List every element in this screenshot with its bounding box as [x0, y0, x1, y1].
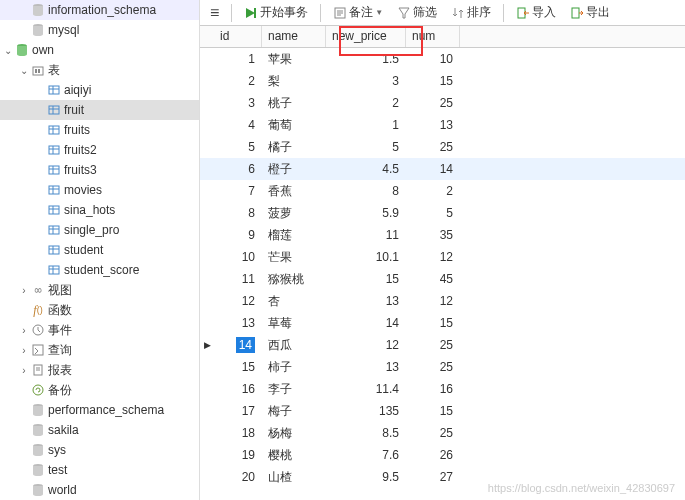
cell-id[interactable]: 9: [214, 226, 262, 244]
cell-id[interactable]: 3: [214, 94, 262, 112]
import-button[interactable]: 导入: [510, 2, 562, 23]
expander-icon[interactable]: ›: [18, 345, 30, 356]
cell-name[interactable]: 山楂: [262, 467, 326, 488]
cell-num[interactable]: 5: [406, 204, 460, 222]
cell-id[interactable]: 1: [214, 50, 262, 68]
cell-num[interactable]: 25: [406, 138, 460, 156]
cell-num[interactable]: 25: [406, 336, 460, 354]
cell-name[interactable]: 葡萄: [262, 115, 326, 136]
table-row[interactable]: 17梅子13515: [200, 400, 685, 422]
table-row[interactable]: 11猕猴桃1545: [200, 268, 685, 290]
cell-name[interactable]: 橙子: [262, 159, 326, 180]
begin-transaction-button[interactable]: 开始事务: [238, 2, 314, 23]
cell-num[interactable]: 2: [406, 182, 460, 200]
table-row[interactable]: 3桃子225: [200, 92, 685, 114]
cell-name[interactable]: 苹果: [262, 49, 326, 70]
cell-id[interactable]: 4: [214, 116, 262, 134]
cell-num[interactable]: 26: [406, 446, 460, 464]
cell-price[interactable]: 1: [326, 116, 406, 134]
cell-price[interactable]: 15: [326, 270, 406, 288]
menu-button[interactable]: ≡: [204, 2, 225, 24]
cell-name[interactable]: 橘子: [262, 137, 326, 158]
cell-name[interactable]: 猕猴桃: [262, 269, 326, 290]
cell-price[interactable]: 7.6: [326, 446, 406, 464]
cell-id[interactable]: 13: [214, 314, 262, 332]
table-row[interactable]: 7香蕉82: [200, 180, 685, 202]
cell-num[interactable]: 25: [406, 424, 460, 442]
cell-id[interactable]: 5: [214, 138, 262, 156]
cell-id[interactable]: 10: [214, 248, 262, 266]
table-row[interactable]: 10芒果10.112: [200, 246, 685, 268]
sort-button[interactable]: 排序: [445, 2, 497, 23]
cell-price[interactable]: 12: [326, 336, 406, 354]
cell-name[interactable]: 草莓: [262, 313, 326, 334]
tree-item-own[interactable]: ⌄own: [0, 40, 199, 60]
cell-id[interactable]: 7: [214, 182, 262, 200]
cell-price[interactable]: 5: [326, 138, 406, 156]
filter-button[interactable]: 筛选: [391, 2, 443, 23]
table-row[interactable]: 6橙子4.514: [200, 158, 685, 180]
cell-name[interactable]: 柿子: [262, 357, 326, 378]
cell-id[interactable]: 2: [214, 72, 262, 90]
cell-price[interactable]: 5.9: [326, 204, 406, 222]
cell-name[interactable]: 梨: [262, 71, 326, 92]
cell-num[interactable]: 25: [406, 94, 460, 112]
table-row[interactable]: 1苹果1.510: [200, 48, 685, 70]
cell-price[interactable]: 1.5: [326, 50, 406, 68]
table-row[interactable]: 12杏1312: [200, 290, 685, 312]
cell-price[interactable]: 8: [326, 182, 406, 200]
cell-num[interactable]: 12: [406, 292, 460, 310]
cell-id[interactable]: 12: [214, 292, 262, 310]
cell-num[interactable]: 14: [406, 160, 460, 178]
cell-name[interactable]: 杨梅: [262, 423, 326, 444]
cell-id[interactable]: 20: [214, 468, 262, 486]
cell-num[interactable]: 12: [406, 248, 460, 266]
tree-item-mysql[interactable]: mysql: [0, 20, 199, 40]
tree-item-事件[interactable]: ›事件: [0, 320, 199, 340]
table-row[interactable]: 2梨315: [200, 70, 685, 92]
tree-item-视图[interactable]: ›∞视图: [0, 280, 199, 300]
expander-icon[interactable]: ›: [18, 325, 30, 336]
cell-name[interactable]: 榴莲: [262, 225, 326, 246]
column-header-id[interactable]: id: [214, 26, 262, 47]
table-row[interactable]: 4葡萄113: [200, 114, 685, 136]
cell-price[interactable]: 13: [326, 358, 406, 376]
table-row[interactable]: 16李子11.416: [200, 378, 685, 400]
cell-num[interactable]: 16: [406, 380, 460, 398]
tree-item-student_score[interactable]: student_score: [0, 260, 199, 280]
tree-item-查询[interactable]: ›查询: [0, 340, 199, 360]
tree-item-movies[interactable]: movies: [0, 180, 199, 200]
tree-item-information_schema[interactable]: information_schema: [0, 0, 199, 20]
tree-item-aiqiyi[interactable]: aiqiyi: [0, 80, 199, 100]
table-row[interactable]: 13草莓1415: [200, 312, 685, 334]
data-grid[interactable]: id name new_price num 1苹果1.5102梨3153桃子22…: [200, 26, 685, 500]
tree-item-sina_hots[interactable]: sina_hots: [0, 200, 199, 220]
cell-name[interactable]: 樱桃: [262, 445, 326, 466]
cell-price[interactable]: 9.5: [326, 468, 406, 486]
cell-price[interactable]: 135: [326, 402, 406, 420]
expander-icon[interactable]: ›: [18, 365, 30, 376]
cell-id[interactable]: 11: [214, 270, 262, 288]
cell-num[interactable]: 15: [406, 402, 460, 420]
tree-item-sakila[interactable]: sakila: [0, 420, 199, 440]
tree-item-表[interactable]: ⌄表: [0, 60, 199, 80]
table-row[interactable]: 19樱桃7.626: [200, 444, 685, 466]
tree-item-fruits2[interactable]: fruits2: [0, 140, 199, 160]
cell-num[interactable]: 15: [406, 314, 460, 332]
column-header-name[interactable]: name: [262, 26, 326, 47]
cell-name[interactable]: 香蕉: [262, 181, 326, 202]
column-header-num[interactable]: num: [406, 26, 460, 47]
cell-price[interactable]: 11: [326, 226, 406, 244]
cell-num[interactable]: 45: [406, 270, 460, 288]
tree-item-performance_schema[interactable]: performance_schema: [0, 400, 199, 420]
table-row[interactable]: 18杨梅8.525: [200, 422, 685, 444]
tree-item-函数[interactable]: f()函数: [0, 300, 199, 320]
table-row[interactable]: 5橘子525: [200, 136, 685, 158]
cell-num[interactable]: 25: [406, 358, 460, 376]
tree-item-报表[interactable]: ›报表: [0, 360, 199, 380]
cell-price[interactable]: 11.4: [326, 380, 406, 398]
cell-id[interactable]: 19: [214, 446, 262, 464]
tree-item-备份[interactable]: 备份: [0, 380, 199, 400]
column-header-price[interactable]: new_price: [326, 26, 406, 47]
cell-price[interactable]: 10.1: [326, 248, 406, 266]
